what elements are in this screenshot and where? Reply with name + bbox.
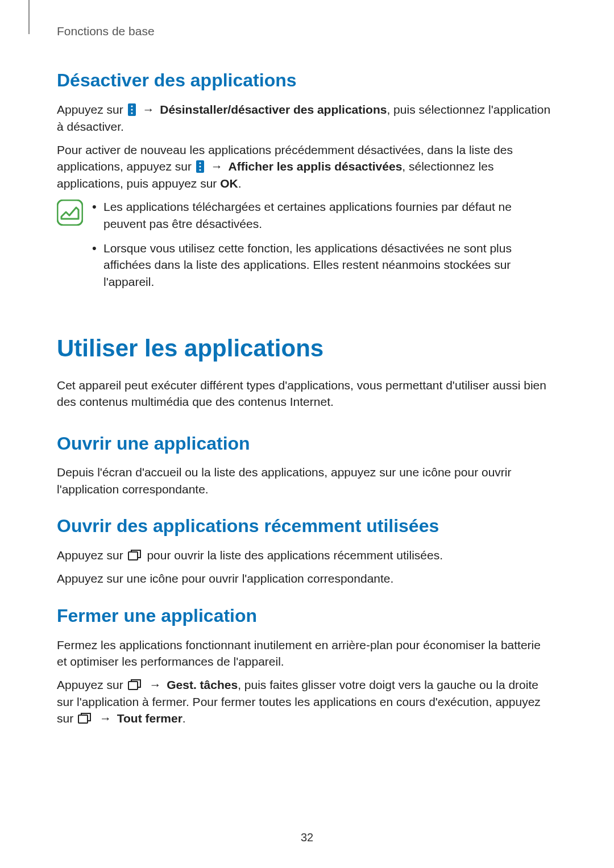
text: pour ouvrir la liste des applications ré… bbox=[147, 549, 443, 562]
arrow-icon: → bbox=[211, 160, 223, 173]
text: Appuyez sur bbox=[57, 678, 123, 691]
page-number: 32 bbox=[0, 829, 614, 845]
arrow-icon: → bbox=[142, 103, 154, 116]
para-use-apps: Cet appareil peut exécuter différent typ… bbox=[57, 377, 551, 410]
text: . bbox=[238, 177, 242, 190]
svg-point-1 bbox=[131, 106, 132, 107]
recent-apps-icon bbox=[128, 679, 143, 691]
section-open-app: Ouvrir une application Depuis l'écran d'… bbox=[57, 431, 551, 498]
note-item: Lorsque vous utilisez cette fonction, le… bbox=[103, 240, 551, 290]
bold-text: Désinstaller/désactiver des applications bbox=[160, 103, 387, 116]
svg-rect-9 bbox=[128, 552, 138, 560]
note-item: Les applications téléchargées et certain… bbox=[103, 198, 551, 232]
svg-point-5 bbox=[199, 163, 201, 164]
para-disable-2: Pour activer de nouveau les applications… bbox=[57, 142, 551, 192]
section-close-app: Fermer une application Fermez les applic… bbox=[57, 603, 551, 727]
text: . bbox=[182, 712, 186, 725]
arrow-icon: → bbox=[149, 678, 161, 691]
para-open-app: Depuis l'écran d'accueil ou la liste des… bbox=[57, 464, 551, 497]
document-page: Fonctions de base Désactiver des applica… bbox=[0, 0, 614, 868]
svg-point-6 bbox=[199, 166, 201, 168]
svg-point-7 bbox=[199, 169, 201, 171]
text: Appuyez sur bbox=[57, 103, 123, 116]
breadcrumb: Fonctions de base bbox=[57, 23, 551, 68]
note-block: Les applications téléchargées et certain… bbox=[57, 198, 551, 298]
note-body: Les applications téléchargées et certain… bbox=[90, 198, 551, 298]
section-disable-apps: Désactiver des applications Appuyez sur … bbox=[57, 68, 551, 298]
svg-rect-10 bbox=[128, 682, 138, 690]
page-header-rule bbox=[28, 0, 30, 34]
para-close-2: Appuyez sur → Gest. tâches, puis faites … bbox=[57, 676, 551, 726]
heading-close-app: Fermer une application bbox=[57, 603, 551, 629]
heading-use-apps: Utiliser les applications bbox=[57, 332, 551, 366]
bold-text: Gest. tâches bbox=[167, 678, 238, 691]
heading-recent-apps: Ouvrir des applications récemment utilis… bbox=[57, 513, 551, 539]
more-options-icon bbox=[196, 160, 204, 173]
svg-rect-11 bbox=[78, 715, 88, 723]
para-close-1: Fermez les applications fonctionnant inu… bbox=[57, 637, 551, 670]
para-recent-1: Appuyez sur pour ouvrir la liste des app… bbox=[57, 547, 551, 563]
bold-text: Afficher les applis désactivées bbox=[229, 160, 403, 173]
bold-text: OK bbox=[220, 177, 238, 190]
recent-apps-icon bbox=[128, 549, 143, 562]
bold-text: Tout fermer bbox=[117, 712, 182, 725]
text: Appuyez sur bbox=[57, 549, 123, 562]
note-icon bbox=[57, 200, 83, 226]
para-recent-2: Appuyez sur une icône pour ouvrir l'appl… bbox=[57, 570, 551, 587]
recent-apps-icon bbox=[78, 712, 93, 725]
heading-disable-apps: Désactiver des applications bbox=[57, 68, 551, 93]
svg-point-2 bbox=[131, 109, 132, 111]
more-options-icon bbox=[128, 103, 136, 116]
section-recent-apps: Ouvrir des applications récemment utilis… bbox=[57, 513, 551, 587]
arrow-icon: → bbox=[99, 712, 111, 725]
svg-point-3 bbox=[131, 113, 132, 114]
para-disable-1: Appuyez sur → Désinstaller/désactiver de… bbox=[57, 101, 551, 135]
heading-open-app: Ouvrir une application bbox=[57, 431, 551, 456]
